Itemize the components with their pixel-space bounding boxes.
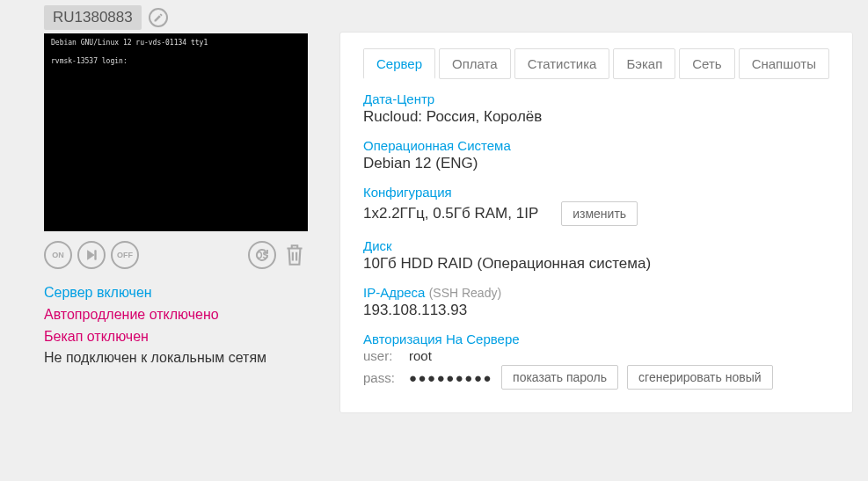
ip-label: IP-Адреса (SSH Ready) bbox=[363, 285, 829, 300]
disk-value: 10Гб HDD RAID (Операционная система) bbox=[363, 255, 829, 273]
play-next-icon bbox=[84, 247, 99, 263]
console-preview[interactable]: Debian GNU/Linux 12 ru-vds-01134 tty1 rv… bbox=[44, 33, 308, 231]
reinstall-os-button[interactable]: OS bbox=[248, 241, 276, 269]
status-no-lan: Не подключен к локальным сетям bbox=[44, 347, 308, 369]
dc-label: Дата-Центр bbox=[363, 91, 829, 106]
auth-user-value: root bbox=[409, 348, 432, 363]
os-value: Debian 12 (ENG) bbox=[363, 155, 829, 172]
ip-value: 193.108.113.93 bbox=[363, 302, 829, 319]
tab-snapshots[interactable]: Снапшоты bbox=[739, 48, 829, 79]
show-password-button[interactable]: показать пароль bbox=[501, 365, 618, 390]
disk-label: Диск bbox=[363, 238, 829, 253]
auth-pass-value: ●●●●●●●●● bbox=[409, 370, 492, 385]
generate-password-button[interactable]: сгенерировать новый bbox=[627, 365, 772, 390]
config-change-button[interactable]: изменить bbox=[561, 201, 638, 226]
server-id: RU1380883 bbox=[44, 5, 142, 30]
auth-pass-label: pass: bbox=[363, 370, 400, 385]
tab-server[interactable]: Сервер bbox=[363, 48, 435, 79]
os-label: Операционная Система bbox=[363, 138, 829, 153]
os-label: OS bbox=[256, 251, 268, 260]
config-value: 1x2.2ГГц, 0.5Гб RAM, 1IP bbox=[363, 205, 538, 222]
tab-network[interactable]: Сеть bbox=[679, 48, 734, 79]
restart-button[interactable] bbox=[77, 241, 106, 269]
details-panel: Сервер Оплата Статистика Бэкап Сеть Снап… bbox=[339, 32, 853, 413]
trash-icon bbox=[283, 242, 306, 268]
auth-user-label: user: bbox=[363, 348, 400, 363]
status-autorenew-off: Автопродление отключено bbox=[44, 304, 308, 326]
tab-payment[interactable]: Оплата bbox=[439, 48, 511, 79]
power-off-button[interactable]: OFF bbox=[111, 241, 139, 269]
auth-label: Авторизация На Сервере bbox=[363, 332, 829, 346]
edit-server-name-button[interactable] bbox=[149, 8, 168, 27]
status-list: Сервер включен Автопродление отключено Б… bbox=[44, 282, 308, 369]
ip-label-text: IP-Адреса bbox=[363, 285, 425, 300]
console-line: rvmsk-13537 login: bbox=[51, 57, 128, 65]
tabs: Сервер Оплата Статистика Бэкап Сеть Снап… bbox=[363, 48, 829, 79]
tab-stats[interactable]: Статистика bbox=[514, 48, 610, 79]
ssh-ready-badge: (SSH Ready) bbox=[429, 286, 501, 300]
config-label: Конфигурация bbox=[363, 185, 829, 200]
dc-value: Rucloud: Россия, Королёв bbox=[363, 108, 829, 126]
delete-server-button[interactable] bbox=[281, 240, 308, 270]
tab-backup[interactable]: Бэкап bbox=[613, 48, 675, 79]
status-backup-off: Бекап отключен bbox=[44, 326, 308, 348]
power-on-button[interactable]: ON bbox=[44, 241, 72, 269]
console-line: Debian GNU/Linux 12 ru-vds-01134 tty1 bbox=[51, 39, 208, 47]
status-server-on: Сервер включен bbox=[44, 282, 308, 304]
pencil-icon bbox=[153, 12, 164, 23]
